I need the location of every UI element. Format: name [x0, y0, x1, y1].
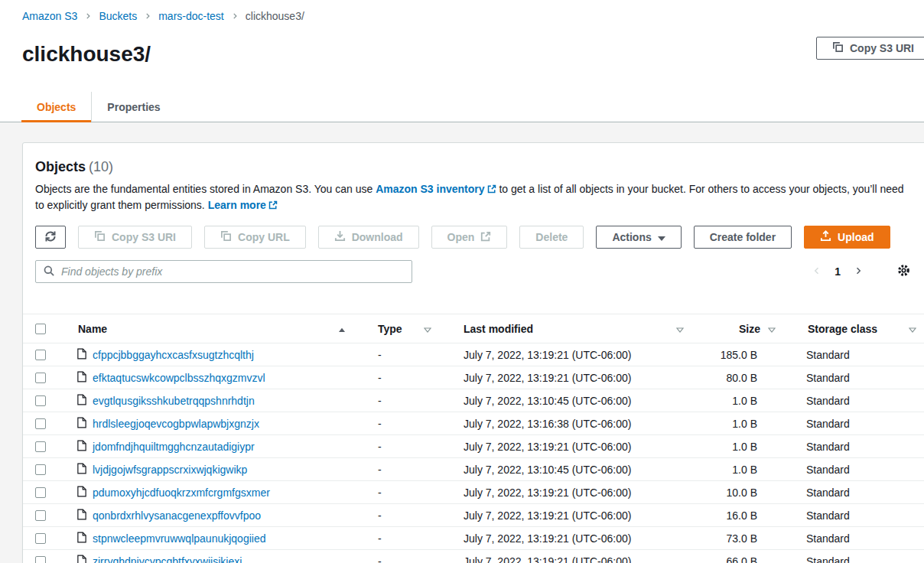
table-header-row: Name Type Last modified Size Storage cla…: [23, 314, 924, 343]
object-storage-class: Standard: [794, 372, 924, 384]
breadcrumb-bucket-name[interactable]: mars-doc-test: [158, 10, 224, 22]
object-name-link[interactable]: cfppcjbbggayhcxcasfxsugtzhcqlthj: [93, 349, 254, 361]
copy-url-label: Copy URL: [238, 231, 290, 243]
object-type: -: [364, 464, 450, 476]
object-name-link[interactable]: lvjdjgojwfsgrappscrxixwjqkigwikp: [93, 464, 247, 476]
search-box: [35, 260, 412, 283]
row-checkbox[interactable]: [35, 395, 46, 406]
preferences-button[interactable]: [897, 264, 910, 279]
actions-dropdown-button[interactable]: Actions: [596, 226, 681, 249]
object-size: 1.0 B: [702, 418, 794, 430]
object-name-link[interactable]: zjrryqhdnjycypcqbtfxyxwjisjkiexi: [93, 555, 242, 563]
create-folder-button[interactable]: Create folder: [694, 226, 792, 249]
row-checkbox[interactable]: [35, 487, 46, 498]
previous-page-button[interactable]: [810, 265, 824, 278]
select-all-cell: [23, 324, 66, 334]
column-header-storage-class-label: Storage class: [808, 323, 877, 335]
object-name-link[interactable]: qonbrdxrhlvysanacgenexpffovvfpoo: [93, 509, 261, 522]
pagination: 1: [810, 264, 910, 279]
object-last-modified: July 7, 2022, 13:10:45 (UTC-06:00): [450, 395, 702, 407]
object-name-link[interactable]: hrdlsleegjoqevcogbpwlapwbjxgnzjx: [93, 418, 259, 430]
column-header-last-modified[interactable]: Last modified: [450, 323, 702, 335]
object-storage-class: Standard: [794, 532, 924, 545]
next-page-button[interactable]: [851, 265, 865, 278]
refresh-button[interactable]: [35, 226, 66, 249]
object-name-cell: lvjdjgojwfsgrappscrxixwjqkigwikp: [66, 463, 364, 477]
open-button[interactable]: Open: [431, 226, 508, 249]
copy-s3-uri-label: Copy S3 URI: [112, 231, 176, 243]
search-input[interactable]: [60, 265, 405, 278]
object-storage-class: Standard: [794, 349, 924, 361]
delete-button[interactable]: Delete: [519, 226, 584, 249]
row-select-cell: [23, 418, 66, 429]
tab-properties[interactable]: Properties: [91, 92, 175, 122]
inventory-link[interactable]: Amazon S3 inventory: [376, 183, 496, 195]
row-select-cell: [23, 510, 66, 521]
copy-icon: [832, 41, 844, 55]
column-header-storage-class[interactable]: Storage class: [794, 323, 924, 335]
panel-description: Objects are the fundamental entities sto…: [35, 181, 907, 213]
row-checkbox[interactable]: [35, 464, 46, 475]
file-icon: [77, 348, 86, 362]
object-type: -: [364, 509, 450, 522]
column-header-name[interactable]: Name: [66, 323, 364, 335]
object-size: 80.0 B: [702, 372, 794, 384]
copy-s3-uri-button[interactable]: Copy S3 URI: [78, 226, 192, 249]
copy-icon: [220, 230, 232, 244]
row-select-cell: [23, 556, 66, 563]
search-icon: [44, 265, 54, 278]
column-header-type[interactable]: Type: [364, 323, 450, 335]
row-checkbox[interactable]: [35, 350, 46, 360]
copy-s3-uri-header-label: Copy S3 URI: [850, 42, 914, 54]
column-header-name-label: Name: [78, 323, 107, 335]
breadcrumb-buckets[interactable]: Buckets: [99, 10, 137, 22]
current-page-number[interactable]: 1: [835, 265, 841, 278]
external-link-icon: [268, 198, 278, 213]
object-type: -: [364, 487, 450, 499]
object-name-link[interactable]: stpnwcleepmvruwwqlpaunukjqogiied: [93, 532, 265, 545]
table-row: hrdlsleegjoqevcogbpwlapwbjxgnzjx - July …: [23, 412, 924, 435]
column-header-size[interactable]: Size: [702, 323, 794, 335]
file-icon: [77, 371, 86, 385]
copy-url-button[interactable]: Copy URL: [204, 226, 306, 249]
object-type: -: [364, 372, 450, 384]
chevron-right-icon: [231, 12, 239, 20]
refresh-icon: [44, 230, 57, 245]
object-name-cell: efktaqtucswkcowpclbsszhqxgzmvzvl: [66, 371, 364, 385]
sort-neutral-icon: [676, 323, 684, 335]
download-button[interactable]: Download: [318, 226, 419, 249]
select-all-checkbox[interactable]: [35, 324, 46, 334]
file-icon: [77, 440, 86, 454]
open-label: Open: [447, 231, 475, 243]
object-last-modified: July 7, 2022, 13:19:21 (UTC-06:00): [450, 555, 702, 563]
page-header: Amazon S3 Buckets mars-doc-test clickhou…: [0, 0, 924, 122]
sort-ascending-icon: [338, 323, 346, 335]
upload-button[interactable]: Upload: [804, 226, 890, 249]
breadcrumb-amazon-s3[interactable]: Amazon S3: [22, 10, 77, 22]
column-header-last-modified-label: Last modified: [464, 323, 533, 335]
object-name-link[interactable]: pdumoxyhjcdfuoqkrzxmfcrgmfgsxmer: [93, 487, 270, 499]
row-checkbox[interactable]: [35, 556, 46, 563]
tab-objects[interactable]: Objects: [21, 92, 91, 122]
object-name-cell: hrdlsleegjoqevcogbpwlapwbjxgnzjx: [66, 417, 364, 431]
object-size: 1.0 B: [702, 464, 794, 476]
object-name-link[interactable]: evgtlqusgiksshkubetrqqpshnrhdtjn: [93, 395, 255, 407]
learn-more-link-label: Learn more: [208, 199, 266, 211]
object-size: 1.0 B: [702, 441, 794, 453]
row-checkbox[interactable]: [35, 373, 46, 383]
external-link-icon: [480, 231, 491, 244]
object-name-link[interactable]: efktaqtucswkcowpclbsszhqxgzmvzvl: [93, 372, 265, 384]
objects-table: Name Type Last modified Size Storage cla…: [23, 314, 924, 563]
table-row: qonbrdxrhlvysanacgenexpffovvfpoo - July …: [23, 504, 924, 527]
row-checkbox[interactable]: [35, 441, 46, 452]
learn-more-link[interactable]: Learn more: [208, 199, 278, 211]
copy-s3-uri-header-button[interactable]: Copy S3 URI: [816, 37, 924, 60]
sort-neutral-icon: [424, 323, 431, 335]
row-checkbox[interactable]: [35, 418, 46, 429]
create-folder-label: Create folder: [710, 231, 776, 243]
row-checkbox[interactable]: [35, 510, 46, 521]
object-name-link[interactable]: jdomfndjhquiltmgghcnzautadigiypr: [93, 441, 255, 453]
row-checkbox[interactable]: [35, 533, 46, 544]
copy-icon: [94, 230, 106, 244]
object-name-cell: zjrryqhdnjycypcqbtfxyxwjisjkiexi: [66, 555, 364, 563]
